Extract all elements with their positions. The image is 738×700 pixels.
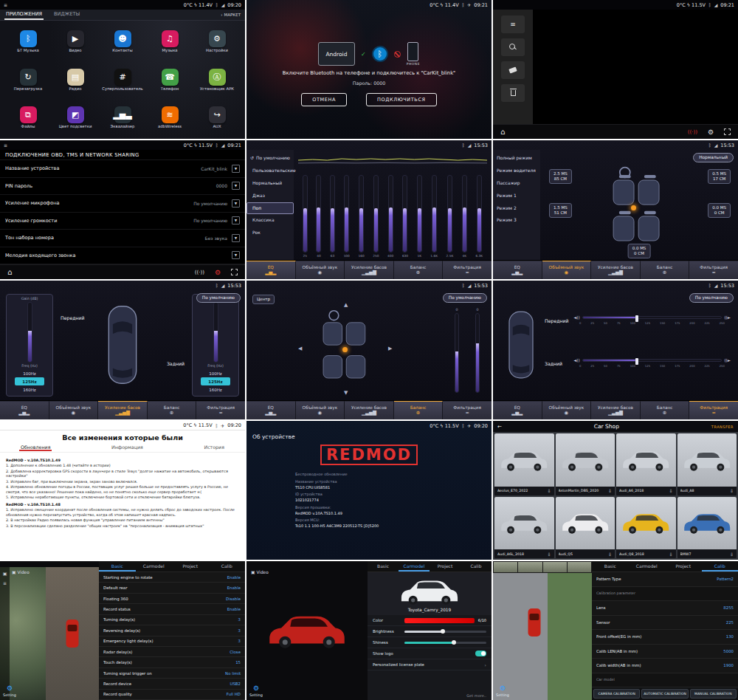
app-shortcut[interactable]: ▤ Радио	[52, 61, 99, 98]
search-button[interactable]	[501, 38, 525, 56]
settings-row[interactable]: Мелодия входящего звонка ▼	[0, 247, 245, 265]
reset-default-button[interactable]: По умолчанию	[689, 293, 734, 303]
audio-tab[interactable]: Баланс ⊕	[394, 401, 444, 419]
freq-option[interactable]: 100Hz	[201, 369, 230, 377]
car-model-card[interactable]: Audi_Q5 ⇩	[556, 497, 615, 559]
eq-band-slider[interactable]: 100	[344, 168, 350, 258]
settings-row[interactable]: Front offset(EG in mm) 130	[592, 630, 738, 645]
audio-tab[interactable]: EQ ▂▅▂	[493, 401, 542, 419]
eq-band-slider[interactable]: 1.6K	[430, 168, 438, 258]
settings-button[interactable]: ⚙ Setting	[249, 685, 263, 697]
eq-preset[interactable]: Классика	[246, 214, 294, 227]
audio-tab[interactable]: Усиление басов ▁▃▅▇	[345, 261, 394, 279]
audio-tab[interactable]: Фильтрация ≈	[689, 261, 738, 279]
eq-band-slider[interactable]: 1K	[417, 168, 422, 258]
settings-tab[interactable]: Basic	[99, 561, 136, 572]
camera-thumb[interactable]	[543, 562, 567, 572]
settings-tab[interactable]: Calib	[461, 561, 492, 572]
rear-gain-slider[interactable]	[213, 302, 218, 363]
settings-tab[interactable]: Basic	[368, 561, 399, 572]
download-icon[interactable]: ⇩	[547, 552, 551, 557]
eq-band-slider[interactable]: 400	[387, 168, 393, 258]
app-shortcut[interactable]: ♫ Музыка	[146, 23, 193, 61]
broadcast-icon[interactable]: ((·))	[688, 129, 697, 135]
settings-tab[interactable]: Carmodel	[399, 561, 430, 572]
eq-band-slider[interactable]: 40	[316, 168, 321, 258]
front-filter-slider[interactable]: ◄)) ((►	[573, 315, 731, 320]
eq-band-slider[interactable]: 25	[303, 168, 308, 258]
listening-mode[interactable]: Режим 1	[493, 190, 540, 202]
audio-tab[interactable]: EQ ▂▅▂	[493, 261, 542, 279]
app-shortcut[interactable]: ⧉ Файлы	[4, 99, 52, 137]
color-picker[interactable]	[404, 618, 475, 623]
audio-tab[interactable]: Баланс ⊕	[394, 261, 444, 279]
audio-tab[interactable]: Усиление басов ▁▃▅▇	[591, 401, 641, 419]
changelog-tab[interactable]: История	[202, 445, 226, 451]
settings-row[interactable]: Название устройства CarKit_blink ▼	[0, 160, 245, 178]
app-shortcut[interactable]: ◩ Цвет подсветки	[52, 99, 99, 137]
normal-mode-button[interactable]: Нормальный	[693, 153, 734, 162]
eraser-button[interactable]	[501, 61, 525, 79]
car-model-card[interactable]: Audi_A6_2018 ⇩	[616, 433, 676, 495]
drawer-tab[interactable]: ПРИЛОЖЕНИЯ	[4, 10, 44, 20]
balance-slider-2[interactable]: 0	[475, 308, 480, 393]
app-shortcut[interactable]: ☎ Телефон	[146, 61, 193, 98]
settings-tab[interactable]: Project	[172, 561, 209, 572]
video-label[interactable]: ▣ Video	[251, 570, 269, 574]
settings-gear-button[interactable]: ⚙	[215, 269, 221, 276]
audio-tab[interactable]: EQ ▂▅▂	[246, 401, 296, 419]
video-icon[interactable]: ▣	[3, 571, 7, 576]
eq-band-slider[interactable]: 2.5K	[446, 168, 454, 258]
settings-tab[interactable]: Carmodel	[136, 561, 173, 572]
settings-row[interactable]: Тон набора номера Без звука ▼	[0, 230, 245, 247]
screen-grid-button[interactable]	[724, 128, 731, 135]
app-shortcut[interactable]: ↻ Перезагрузка	[4, 61, 52, 98]
audio-tab[interactable]: Баланс ⊕	[641, 401, 690, 419]
settings-row[interactable]: PIN пароль 0000 ▼	[0, 178, 245, 196]
settings-row[interactable]: Record device USB2	[99, 679, 245, 689]
camera-thumb[interactable]	[494, 562, 517, 572]
audio-tab[interactable]: Фильтрация ≈	[443, 401, 492, 419]
app-shortcut[interactable]: ▂▅▃ Эквалайзер	[99, 99, 146, 137]
settings-tab[interactable]: Carmodel	[629, 561, 666, 572]
audio-tab[interactable]: EQ ▂▅▂	[246, 261, 296, 279]
eq-preset[interactable]: ↺ По умолчанию	[246, 152, 294, 165]
rear-filter-slider[interactable]: ◄)) ((►	[573, 358, 731, 363]
app-shortcut[interactable]: ≋ adbWireless	[146, 99, 193, 137]
calibration-button[interactable]: CAMERA CALIBRATION	[593, 689, 640, 699]
settings-tab[interactable]: Project	[665, 561, 702, 572]
settings-row[interactable]: Усиление микрофона По умолчанию ▼	[0, 195, 245, 213]
settings-row[interactable]: Radar delay(s) Close	[99, 647, 245, 657]
freq-option[interactable]: 160Hz	[15, 385, 44, 394]
arrow-down-icon[interactable]: ▼	[344, 390, 348, 396]
audio-tab[interactable]: Усиление басов ▁▃▅▇	[345, 401, 394, 419]
download-icon[interactable]: ⇩	[608, 488, 612, 493]
calibration-button[interactable]: MANUAL CALIBRATION	[690, 689, 737, 699]
settings-row[interactable]: Starting engine to rotate Enable	[99, 572, 245, 583]
audio-tab[interactable]: Баланс ⊕	[148, 401, 197, 419]
playlist-button[interactable]: ≡	[501, 16, 525, 33]
brightness-slider[interactable]	[404, 631, 486, 633]
camera-thumb[interactable]	[518, 562, 542, 572]
download-icon[interactable]: ⇩	[608, 552, 612, 557]
settings-gear-button[interactable]: ⚙	[708, 128, 714, 136]
car-model-card[interactable]: Audi_A6L_2018 ⇩	[494, 497, 554, 559]
listening-mode[interactable]: Полный режим	[493, 152, 540, 165]
show-logo-toggle[interactable]	[475, 651, 486, 656]
settings-tab[interactable]: Project	[430, 561, 461, 572]
app-shortcut[interactable]: # Суперпользователь	[99, 61, 146, 98]
chevron-right-icon[interactable]: ›	[485, 662, 486, 668]
broadcast-icon[interactable]: ((·))	[195, 270, 204, 275]
front-gain-slider[interactable]	[27, 302, 32, 363]
market-link[interactable]: › МАРКЕТ	[221, 13, 241, 17]
app-shortcut[interactable]: ▶ Видео	[52, 23, 99, 61]
balance-slider-1[interactable]: 0	[455, 308, 459, 393]
freq-option[interactable]: 160Hz	[201, 385, 230, 394]
download-icon[interactable]: ⇩	[730, 552, 734, 557]
settings-tab[interactable]: Calib	[702, 561, 738, 572]
settings-button[interactable]: ⚙ Setting	[496, 685, 509, 697]
eq-band-slider[interactable]: 63	[330, 168, 335, 258]
app-shortcut[interactable]: ☻ Контакты	[99, 23, 146, 61]
changelog-tab[interactable]: Информация	[110, 445, 145, 451]
freq-option[interactable]: 125Hz	[201, 377, 230, 385]
